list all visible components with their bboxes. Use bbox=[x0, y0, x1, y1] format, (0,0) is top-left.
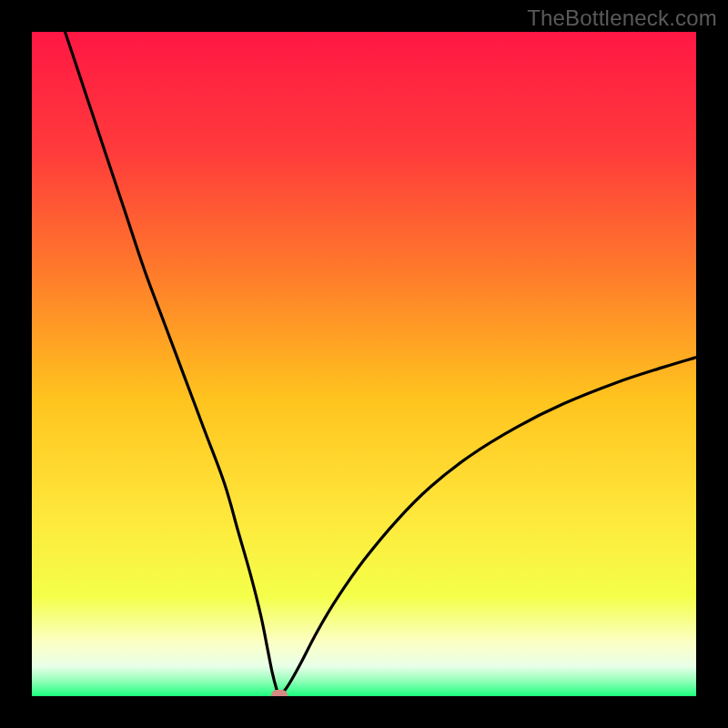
minimum-marker bbox=[271, 690, 288, 696]
bottleneck-curve bbox=[32, 32, 696, 696]
chart-frame: TheBottleneck.com bbox=[0, 0, 728, 728]
plot-area bbox=[32, 32, 696, 696]
watermark-text: TheBottleneck.com bbox=[527, 5, 717, 31]
